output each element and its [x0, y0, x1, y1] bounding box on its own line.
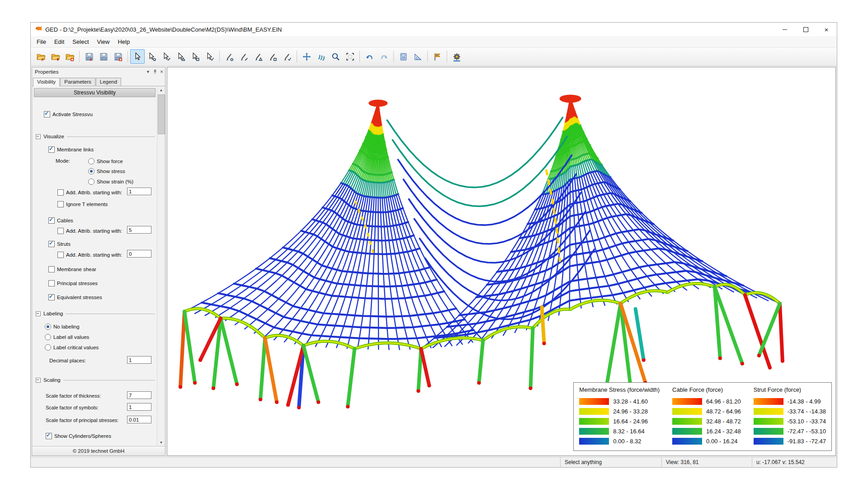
- decimal-places-input[interactable]: [127, 356, 151, 364]
- checkbox-icon: [44, 111, 50, 117]
- scale-symbols-input[interactable]: [127, 403, 151, 411]
- redo-button[interactable]: [377, 49, 391, 64]
- radio-icon: [45, 324, 51, 330]
- collapse-icon[interactable]: [36, 311, 41, 316]
- open-import-button[interactable]: [48, 49, 62, 64]
- panel-close-icon[interactable]: ×: [160, 69, 163, 75]
- checkbox-label: Add. Attrib. starting with:: [66, 228, 122, 234]
- equivalent-stresses-checkbox[interactable]: Equivalent stresses: [48, 294, 102, 300]
- draw-triangle-tool-button[interactable]: [251, 49, 265, 64]
- no-labeling-radio[interactable]: No labeling: [45, 323, 80, 330]
- select-triangle-tool-button[interactable]: [174, 49, 188, 64]
- select-tool-button[interactable]: [130, 49, 145, 64]
- struts-checkbox[interactable]: Struts: [48, 240, 71, 247]
- panel-scrollbar[interactable]: ▲ ▼: [157, 86, 165, 446]
- add-attrib-cables-checkbox[interactable]: Add. Attrib. starting with:: [57, 227, 122, 234]
- group-label: Labeling: [43, 311, 63, 316]
- legend-swatch: [579, 438, 609, 445]
- zoom-extents-button[interactable]: [343, 49, 357, 64]
- decimal-places-label: Decimal places:: [49, 357, 86, 364]
- scroll-up-icon[interactable]: ▲: [157, 86, 165, 94]
- select-node-tool-button[interactable]: [145, 49, 159, 64]
- legend-value: -33.74 - -14.38: [788, 408, 826, 415]
- show-cylinders-checkbox[interactable]: Show Cylinders/Spheres: [46, 432, 111, 439]
- draw-edge-tool-button[interactable]: [236, 49, 251, 64]
- legend-value: 16.24 - 32.48: [706, 428, 741, 435]
- scroll-down-icon[interactable]: ▼: [157, 439, 165, 446]
- radio-icon: [45, 334, 51, 340]
- move-tool-button[interactable]: [299, 49, 314, 64]
- close-button[interactable]: ×: [816, 23, 837, 36]
- add-attrib-struts-checkbox[interactable]: Add. Attrib. starting with:: [57, 251, 122, 258]
- visualize-group-header[interactable]: Visualize: [36, 133, 155, 140]
- draw-node-tool-button[interactable]: [222, 49, 236, 64]
- membrane-links-checkbox[interactable]: Membrane links: [48, 146, 94, 153]
- legend-value: -72.47 - -53.10: [788, 428, 826, 435]
- legend-swatch: [754, 418, 783, 425]
- wind-tool-button[interactable]: [314, 49, 328, 64]
- pin-icon[interactable]: [153, 69, 157, 75]
- legend-value: 24.96 - 33.28: [613, 408, 648, 415]
- checkbox-label: Membrane links: [57, 147, 94, 152]
- labeling-group-header[interactable]: Labeling: [36, 310, 155, 317]
- calculator-button[interactable]: [396, 49, 410, 64]
- tab-visibility[interactable]: Visibility: [33, 78, 60, 86]
- menu-file[interactable]: File: [33, 37, 50, 47]
- select-quad-tool-button[interactable]: [188, 49, 203, 64]
- show-force-radio[interactable]: Show force: [88, 158, 123, 164]
- save-mesh-button[interactable]: #: [82, 49, 96, 64]
- measure-button[interactable]: [410, 49, 425, 64]
- select-check-tool-button[interactable]: [203, 49, 217, 64]
- menu-edit[interactable]: Edit: [50, 37, 68, 47]
- app-window: GED - D:\2_Projekte\Easy\2020\03_26_Webs…: [30, 22, 837, 468]
- minimize-button[interactable]: [774, 23, 795, 36]
- collapse-icon[interactable]: [36, 378, 41, 383]
- label-all-values-radio[interactable]: Label all values: [45, 333, 89, 340]
- title-bar: GED - D:\2_Projekte\Easy\2020\03_26_Webs…: [31, 23, 837, 36]
- settings-button[interactable]: [449, 49, 464, 64]
- add-attrib-membrane-checkbox[interactable]: Add. Attrib. starting with:: [57, 189, 122, 196]
- open-mesh-button[interactable]: #: [33, 49, 48, 64]
- flag-button[interactable]: [430, 49, 444, 64]
- collapse-icon[interactable]: [36, 134, 41, 139]
- checkbox-icon: [57, 228, 64, 234]
- tab-parameters[interactable]: Parameters: [60, 78, 95, 86]
- principal-stresses-checkbox[interactable]: Principal stresses: [48, 280, 98, 286]
- membrane-shear-checkbox[interactable]: Membrane shear: [48, 266, 96, 272]
- legend-swatch: [672, 408, 702, 415]
- 3d-viewport[interactable]: Membrane Stress (force/width) 33.28 - 41…: [167, 67, 836, 456]
- open-geometry-button[interactable]: [62, 49, 77, 64]
- select-edge-tool-button[interactable]: [159, 49, 174, 64]
- add-attrib-struts-input[interactable]: [127, 250, 151, 258]
- menu-select[interactable]: Select: [68, 37, 93, 47]
- activate-stressvu-checkbox[interactable]: Activate Stressvu: [44, 111, 93, 117]
- checkbox-label: Struts: [57, 241, 71, 247]
- properties-panel: Properties ▼ × Visibility Parameters Leg…: [32, 67, 165, 456]
- menu-view[interactable]: View: [93, 37, 114, 47]
- show-stress-radio[interactable]: Show stress: [88, 168, 125, 174]
- legend-swatch: [672, 428, 702, 435]
- add-attrib-membrane-input[interactable]: [127, 188, 151, 195]
- legend-value: 8.32 - 16.64: [613, 428, 644, 435]
- add-attrib-cables-input[interactable]: [127, 226, 151, 234]
- maximize-button[interactable]: [795, 23, 816, 36]
- draw-quad-tool-button[interactable]: [265, 49, 280, 64]
- scale-principal-input[interactable]: [127, 416, 151, 423]
- scale-thickness-input[interactable]: [127, 391, 151, 399]
- save-geometry-button[interactable]: [111, 49, 125, 64]
- ignore-t-elements-checkbox[interactable]: Ignore T elements: [57, 201, 108, 207]
- label-critical-values-radio[interactable]: Label critical values: [45, 344, 99, 351]
- cables-checkbox[interactable]: Cables: [48, 217, 73, 224]
- save-button[interactable]: [96, 49, 111, 64]
- undo-button[interactable]: [362, 49, 377, 64]
- draw-check-tool-button[interactable]: [280, 49, 294, 64]
- legend-value: 33.28 - 41.60: [613, 398, 648, 405]
- legend-value: 16.64 - 24.96: [613, 418, 648, 425]
- tab-legend[interactable]: Legend: [96, 78, 121, 86]
- menu-help[interactable]: Help: [113, 37, 134, 47]
- show-strain-radio[interactable]: Show strain (%): [88, 178, 133, 185]
- scaling-group-header[interactable]: Scaling: [36, 377, 155, 383]
- scrollbar-thumb[interactable]: [158, 94, 165, 134]
- zoom-tool-button[interactable]: [328, 49, 343, 64]
- panel-menu-icon[interactable]: ▼: [146, 70, 150, 74]
